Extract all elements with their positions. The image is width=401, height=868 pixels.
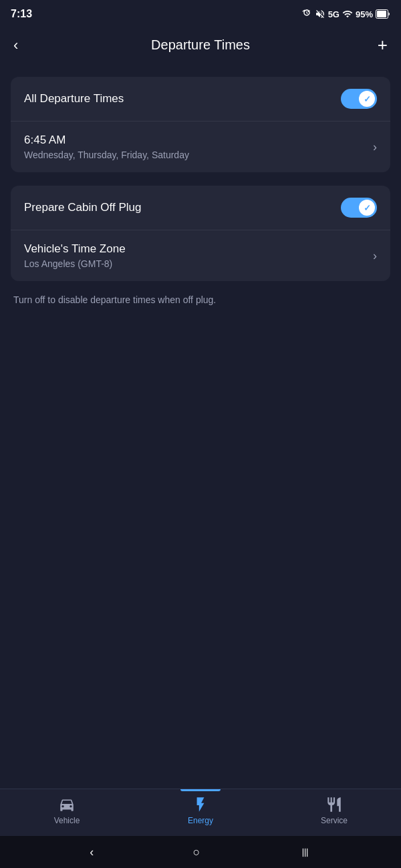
timezone-chevron-wrapper: › bbox=[373, 249, 377, 263]
status-icons: 5G 95% bbox=[301, 9, 390, 19]
cabin-toggle-knob: ✓ bbox=[359, 200, 375, 216]
departure-chevron-wrapper: › bbox=[373, 140, 377, 154]
departure-time-chevron-icon: › bbox=[373, 140, 377, 154]
departure-time-value: 6:45 AM bbox=[24, 134, 189, 147]
toggle-check-icon: ✓ bbox=[364, 94, 371, 104]
timezone-info: Vehicle's Time Zone Los Angeles (GMT-8) bbox=[24, 242, 126, 269]
battery-percentage: 95% bbox=[356, 9, 373, 19]
signal-indicator: 5G bbox=[328, 9, 340, 19]
energy-nav-label: Energy bbox=[188, 816, 213, 825]
nav-item-energy[interactable]: Energy bbox=[134, 796, 267, 825]
android-recents-button[interactable]: ⫼ bbox=[299, 845, 311, 859]
timezone-value: Los Angeles (GMT-8) bbox=[24, 258, 126, 269]
departure-times-card: All Departure Times ✓ 6:45 AM Wednesday,… bbox=[11, 77, 390, 172]
timezone-label: Vehicle's Time Zone bbox=[24, 242, 126, 256]
cabin-toggle-check-icon: ✓ bbox=[364, 203, 371, 213]
all-departure-times-label: All Departure Times bbox=[24, 92, 124, 105]
all-departure-times-toggle[interactable]: ✓ bbox=[341, 89, 377, 109]
main-content: All Departure Times ✓ 6:45 AM Wednesday,… bbox=[0, 63, 401, 789]
timezone-row[interactable]: Vehicle's Time Zone Los Angeles (GMT-8) … bbox=[11, 230, 390, 281]
prepare-cabin-toggle[interactable]: ✓ bbox=[341, 198, 377, 218]
android-home-button[interactable]: ○ bbox=[193, 845, 200, 859]
cabin-settings-card: Prepare Cabin Off Plug ✓ Vehicle's Time … bbox=[11, 186, 390, 281]
android-back-button[interactable]: ‹ bbox=[90, 845, 94, 859]
departure-time-info: 6:45 AM Wednesday, Thursday, Friday, Sat… bbox=[24, 134, 189, 160]
energy-icon bbox=[192, 796, 209, 813]
departure-days: Wednesday, Thursday, Friday, Saturday bbox=[24, 150, 189, 160]
nav-item-vehicle[interactable]: Vehicle bbox=[0, 796, 134, 825]
mute-icon bbox=[315, 9, 325, 19]
page-title: Departure Times bbox=[151, 37, 250, 53]
prepare-cabin-row: Prepare Cabin Off Plug ✓ bbox=[11, 186, 390, 230]
add-button[interactable]: + bbox=[366, 35, 388, 55]
service-icon bbox=[325, 796, 343, 813]
timezone-chevron-icon: › bbox=[373, 249, 377, 263]
helper-text: Turn off to disable departure times when… bbox=[11, 294, 390, 305]
alarm-icon bbox=[301, 9, 312, 19]
nav-item-service[interactable]: Service bbox=[267, 796, 401, 825]
status-bar: 7:13 5G 95% bbox=[0, 0, 401, 27]
signal-bars-icon bbox=[342, 9, 353, 19]
all-departure-times-row: All Departure Times ✓ bbox=[11, 77, 390, 122]
back-button[interactable]: ‹ bbox=[13, 37, 35, 54]
status-time: 7:13 bbox=[11, 8, 32, 20]
all-departure-times-toggle-wrapper: ✓ bbox=[341, 89, 377, 109]
departure-time-detail-row[interactable]: 6:45 AM Wednesday, Thursday, Friday, Sat… bbox=[11, 122, 390, 172]
bottom-navigation: Vehicle Energy Service bbox=[0, 789, 401, 836]
svg-rect-1 bbox=[377, 11, 386, 17]
battery-icon bbox=[376, 9, 390, 19]
service-nav-label: Service bbox=[321, 816, 348, 825]
android-nav-bar: ‹ ○ ⫼ bbox=[0, 836, 401, 868]
prepare-cabin-label: Prepare Cabin Off Plug bbox=[24, 201, 141, 214]
vehicle-nav-label: Vehicle bbox=[54, 816, 80, 825]
prepare-cabin-toggle-wrapper: ✓ bbox=[341, 198, 377, 218]
toggle-knob: ✓ bbox=[359, 91, 375, 107]
vehicle-icon bbox=[58, 796, 76, 813]
page-header: ‹ Departure Times + bbox=[0, 27, 401, 63]
